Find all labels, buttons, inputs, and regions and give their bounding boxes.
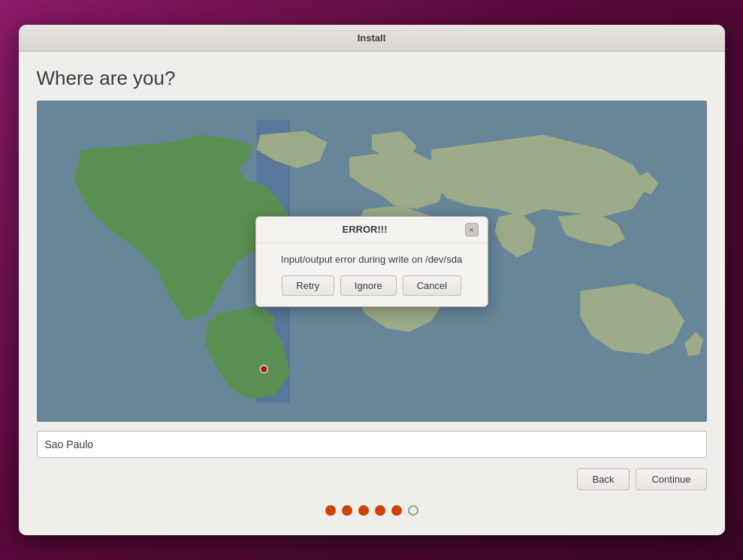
back-button[interactable]: Back xyxy=(577,468,630,490)
retry-button[interactable]: Retry xyxy=(282,275,334,296)
progress-dot-1 xyxy=(325,505,336,516)
cancel-button[interactable]: Cancel xyxy=(403,275,461,296)
dialog-body: Input/output error during write on /dev/… xyxy=(256,243,488,306)
titlebar: Install xyxy=(19,25,725,52)
progress-dot-2 xyxy=(342,505,352,516)
page-title: Where are you? xyxy=(37,67,707,90)
content-area: Where are you? xyxy=(19,52,725,535)
continue-button[interactable]: Continue xyxy=(636,468,706,490)
progress-dot-5 xyxy=(391,505,402,516)
install-window: Install Where are you? xyxy=(19,25,725,535)
world-map[interactable]: ERROR!!! × Input/output error during wri… xyxy=(37,101,707,422)
progress-dot-4 xyxy=(375,505,385,516)
progress-dot-6 xyxy=(408,505,418,516)
window-title: Install xyxy=(358,32,386,44)
bottom-section: Back Continue xyxy=(37,422,707,490)
dialog-close-button[interactable]: × xyxy=(465,223,479,236)
progress-dot-3 xyxy=(358,505,369,516)
dialog-buttons: Retry Ignore Cancel xyxy=(268,275,476,296)
progress-dots xyxy=(37,505,707,523)
dialog-title: ERROR!!! xyxy=(265,224,465,235)
nav-row: Back Continue xyxy=(37,468,707,490)
ignore-button[interactable]: Ignore xyxy=(340,275,397,296)
dialog-header: ERROR!!! × xyxy=(256,217,488,243)
timezone-input[interactable] xyxy=(37,431,707,458)
dialog-message: Input/output error during write on /dev/… xyxy=(268,254,476,265)
error-dialog: ERROR!!! × Input/output error during wri… xyxy=(255,216,488,307)
error-dialog-overlay: ERROR!!! × Input/output error during wri… xyxy=(37,101,707,422)
